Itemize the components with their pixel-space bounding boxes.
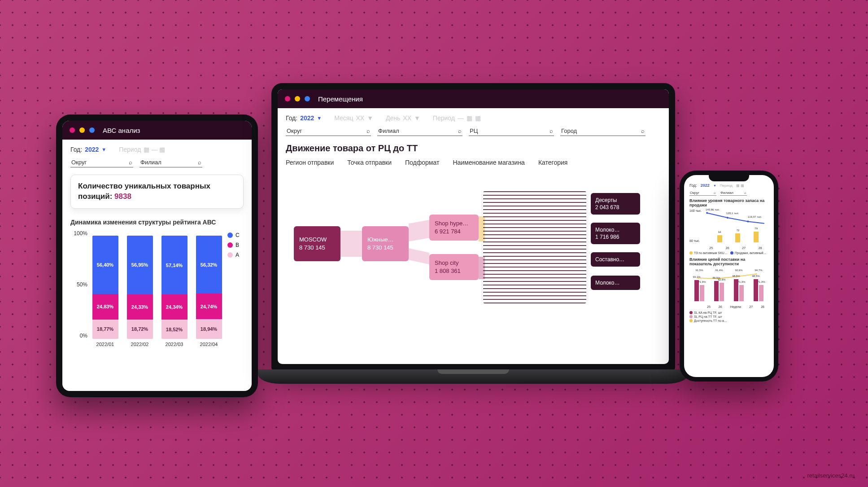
traffic-light-close-icon[interactable] <box>285 96 290 101</box>
traffic-light-max-icon[interactable] <box>305 96 310 101</box>
search-icon: ⌕ <box>641 127 645 134</box>
sankey-flow <box>409 220 429 241</box>
bar-val: 93,1% <box>693 276 700 278</box>
search-filial-input[interactable]: Филиал⌕ <box>720 190 747 196</box>
bar-val: 71,9% <box>698 281 706 283</box>
abc-bar-column[interactable]: 57,14% 24,34% 18,52% 2022/03 <box>159 236 189 347</box>
phone-chart2-title: Влияние цепей поставки на показатель дос… <box>689 257 768 266</box>
abc-seg-b: 24,74% <box>196 294 222 319</box>
abc-bar-column[interactable]: 56,95% 24,33% 18,72% 2022/02 <box>125 236 155 347</box>
node-value: 6 921 784 <box>435 228 473 236</box>
sankey-flow <box>340 231 362 257</box>
tablet-filters-row: Год: 2022 ▼ Период ▦ — ▦ <box>70 146 244 153</box>
abc-bar-column[interactable]: 56,40% 24,83% 18,77% 2022/01 <box>90 236 120 347</box>
svg-point-2 <box>747 220 749 222</box>
footer-link[interactable]: retailservices24.ru <box>807 472 855 479</box>
legend-dot-icon <box>689 319 693 322</box>
filter-period[interactable]: Период ▦ — ▦ <box>119 146 165 153</box>
search-filial-input[interactable]: Филиал⌕ <box>377 126 462 136</box>
cat-value: 1 716 986 <box>595 233 636 241</box>
filter-day[interactable]: День ХХ ▼ <box>386 114 420 122</box>
bar-val: 72 <box>737 229 740 232</box>
abc-y-axis: 100% 50% 0% <box>70 230 90 347</box>
laptop-notch <box>437 369 509 374</box>
legend-item: ТЗ по активным SKU… <box>689 251 728 254</box>
search-icon: ⌕ <box>550 127 553 134</box>
search-filial-input[interactable]: Филиал ⌕ <box>140 158 202 167</box>
abc-chart-title: Динамика изменения структуры рейтинга АВ… <box>70 219 244 226</box>
chart2-line-vals: 91,5% 91,4% 92,6% 94,7% <box>689 269 768 272</box>
line-val: 91,4% <box>715 269 723 272</box>
search-city-input[interactable]: Город⌕ <box>560 126 646 136</box>
search-icon: ⌕ <box>129 159 132 166</box>
filter-period[interactable]: Период — ▦ ▦ <box>433 114 481 122</box>
abc-seg-c: 56,32% <box>196 236 222 294</box>
legend-item: SL КA на РЦ TF, шт <box>689 311 768 314</box>
kpi-text: Количество уникальных товарных позиций: … <box>78 181 236 202</box>
sankey-category[interactable]: Молоко… 1 716 986 <box>591 223 640 244</box>
cat-name: Молоко… <box>595 279 636 286</box>
legend-item: SL РЦ на ТТ TF, шт <box>689 315 768 318</box>
traffic-light-min-icon[interactable] <box>79 127 85 133</box>
sankey-category[interactable]: Составно… <box>591 252 640 267</box>
abc-chart: 100% 50% 0% 56,40% 24,83% 18,77% 2022/01… <box>70 230 244 347</box>
search-icon: ⌕ <box>458 127 462 134</box>
node-value: 8 730 145 <box>299 244 335 252</box>
node-name: Южные… <box>367 236 403 244</box>
search-label: Филиал <box>720 191 733 195</box>
tablet-search-row: Округ ⌕ Филиал ⌕ <box>70 158 244 167</box>
bar-group: 98,5% 71,3% <box>734 279 744 301</box>
search-label: Город <box>561 127 577 134</box>
traffic-light-max-icon[interactable] <box>89 127 95 133</box>
sankey-col-head: Наименование магазина <box>453 159 525 166</box>
legend-b: B <box>227 242 244 248</box>
filter-year-value[interactable]: 2022 <box>701 183 710 188</box>
cat-value: 2 043 678 <box>595 204 636 211</box>
search-label: Филиал <box>378 127 399 134</box>
chevron-down-icon: ▼ <box>367 114 373 122</box>
filter-year[interactable]: Год: 2022 ▼ <box>286 114 322 122</box>
legend-item: Доступность ТТ по а… <box>689 319 768 322</box>
filter-month[interactable]: Месяц ХХ ▼ <box>334 114 373 122</box>
line-val: 91,5% <box>695 269 703 272</box>
filter-period-label: Период <box>119 146 141 153</box>
tablet-screen: АВС анализ Год: 2022 ▼ Период ▦ — ▦ Окру… <box>62 121 252 391</box>
legend-label: Продажи, активный… <box>735 251 767 254</box>
tablet-content: Год: 2022 ▼ Период ▦ — ▦ Округ ⌕ Филиал … <box>62 140 252 391</box>
legend-a-label: A <box>236 252 239 258</box>
filter-year[interactable]: Год: 2022 ▼ <box>70 146 106 153</box>
search-rc-input[interactable]: РЦ⌕ <box>469 126 554 136</box>
calendar-icon: ▦ <box>475 114 481 122</box>
sankey-node-shop1[interactable]: Shop hype… 6 921 784 <box>429 215 479 241</box>
abc-seg-a: 18,94% <box>196 319 222 339</box>
abc-seg-c: 56,40% <box>92 236 118 294</box>
traffic-light-min-icon[interactable] <box>295 96 300 101</box>
sankey-flow <box>409 248 429 264</box>
sankey-category[interactable]: Молоко… <box>591 276 640 290</box>
abc-bar-column[interactable]: 56,32% 24,74% 18,94% 2022/04 <box>194 236 224 347</box>
cat-name: Десерты <box>595 197 636 204</box>
bar: 64 <box>717 235 722 242</box>
sankey-node-mid[interactable]: Южные… 8 730 145 <box>362 226 409 261</box>
phone-chart2: 91,5% 91,4% 92,6% 94,7% 93,1% 71,9% 89,5… <box>689 268 768 308</box>
sankey-chart: MOSCOW 8 730 145 Южные… 8 730 145 Shop h… <box>286 173 661 321</box>
search-okrug-input[interactable]: Округ⌕ <box>286 126 371 136</box>
line-val: 92,6% <box>735 269 742 272</box>
sankey-node-shop2[interactable]: Shop city 1 808 361 <box>429 254 479 280</box>
search-icon: ⌕ <box>198 159 201 166</box>
sankey-node-root[interactable]: MOSCOW 8 730 145 <box>294 226 340 261</box>
phone-search-row: Округ⌕ Филиал⌕ <box>689 190 768 196</box>
sankey-category[interactable]: Десерты 2 043 678 <box>591 193 640 215</box>
search-okrug-input[interactable]: Округ⌕ <box>689 190 716 196</box>
bar: 72 <box>735 233 740 242</box>
filter-period-label[interactable]: Период <box>720 184 733 188</box>
xtick: 25 <box>707 305 711 308</box>
xtick: 28 <box>759 246 762 250</box>
xaxis-label: Недели <box>730 305 742 308</box>
legend-label: ТЗ по активным SKU… <box>694 251 728 254</box>
search-label: РЦ <box>470 127 478 134</box>
traffic-light-close-icon[interactable] <box>70 127 75 133</box>
search-okrug-input[interactable]: Округ ⌕ <box>70 158 133 167</box>
xtick: 28 <box>761 305 764 308</box>
phone-filters: Год: 2022 ▼ Период ▦ ▦ <box>689 183 768 188</box>
